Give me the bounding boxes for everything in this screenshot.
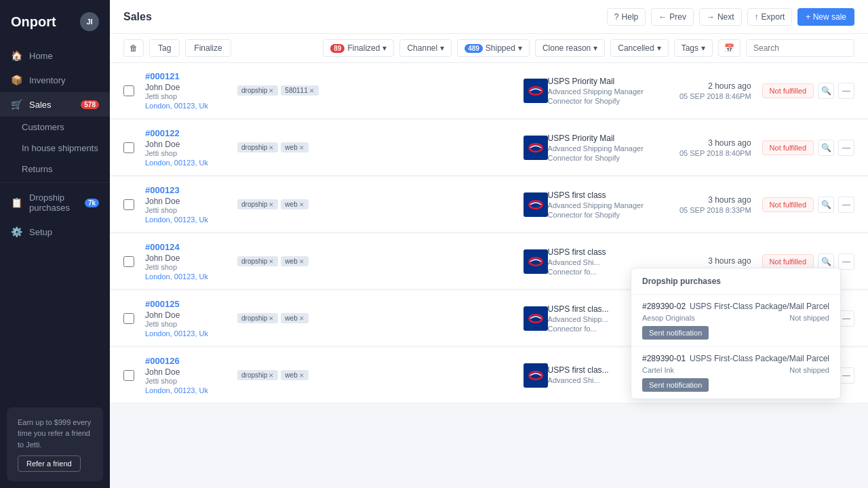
avatar[interactable]: JI [80, 12, 99, 31]
sent-notification-button[interactable]: Sent notification [642, 326, 709, 340]
row-search-button[interactable]: 🔍 [818, 140, 834, 156]
sale-id[interactable]: #000122 [145, 128, 226, 138]
tag-badge: dropship ✕ [237, 199, 278, 209]
status-badge: Not fulfilled [762, 254, 814, 269]
channel-label: Channel [407, 43, 437, 53]
row-checkbox[interactable] [123, 370, 134, 381]
row-more-button[interactable]: — [838, 197, 854, 213]
row-more-button[interactable]: — [838, 83, 854, 99]
row-checkbox[interactable] [123, 85, 134, 96]
cancelled-label: Cancelled [618, 43, 654, 53]
tag-remove-icon[interactable]: ✕ [269, 372, 274, 379]
shipped-filter[interactable]: 489 Shipped ▾ [457, 39, 530, 57]
prev-button[interactable]: ← Prev [651, 8, 694, 26]
sale-id[interactable]: #000126 [145, 356, 226, 366]
status-badge: Not fulfilled [762, 83, 814, 98]
home-icon: 🏠 [11, 50, 22, 61]
prev-icon: ← [658, 12, 667, 22]
sidebar-item-setup[interactable]: ⚙️ Setup [0, 220, 110, 244]
delete-button[interactable]: 🗑 [123, 39, 144, 57]
finalize-button[interactable]: Finalize [185, 39, 231, 57]
refer-friend-button[interactable]: Refer a friend [18, 455, 81, 472]
popup-item-sub: Aesop Originals Not shipped [642, 314, 829, 322]
sent-notification-button[interactable]: Sent notification [642, 378, 709, 392]
sidebar-item-sales[interactable]: 🛒 Sales 578 [0, 92, 110, 117]
tag-badge: web ✕ [281, 199, 308, 209]
new-sale-button[interactable]: + New sale [797, 8, 854, 26]
tag-remove-icon[interactable]: ✕ [269, 144, 274, 151]
chevron-down-icon: ▾ [593, 43, 597, 53]
row-more-button[interactable]: — [838, 140, 854, 156]
sidebar-item-in-house-shipments[interactable]: In house shipments [0, 138, 110, 159]
row-checkbox[interactable] [123, 313, 134, 324]
time-date: 05 SEP 2018 8:46PM [670, 92, 751, 100]
status-badge: Not fulfilled [762, 197, 814, 212]
tag-badge: dropship ✕ [237, 142, 278, 152]
export-button[interactable]: ↑ Export [747, 8, 793, 26]
sidebar-item-customers[interactable]: Customers [0, 117, 110, 138]
row-search-button[interactable]: 🔍 [818, 83, 834, 99]
next-button[interactable]: → Next [699, 8, 742, 26]
tag-badge: dropship ✕ [237, 85, 278, 96]
tag-remove-icon[interactable]: ✕ [269, 87, 274, 94]
chevron-down-icon: ▾ [382, 43, 387, 53]
tag-remove-icon[interactable]: ✕ [269, 315, 274, 322]
sidebar-item-returns[interactable]: Returns [0, 159, 110, 180]
status-area: Not fulfilled 🔍 — [762, 140, 854, 156]
sale-tags: dropship ✕web ✕ [237, 199, 309, 209]
popup-item-header: #289390-01 USPS First-Class Package/Mail… [642, 354, 829, 363]
sidebar-item-inventory[interactable]: 📦 Inventory [0, 68, 110, 92]
tag-remove-icon[interactable]: ✕ [269, 258, 274, 265]
row-more-button[interactable]: — [838, 253, 854, 270]
status-area: Not fulfilled 🔍 — [762, 197, 854, 213]
sidebar-logo: Onport JI [0, 0, 110, 43]
carrier-logo [524, 136, 548, 160]
row-checkbox[interactable] [123, 199, 134, 210]
sale-id[interactable]: #000125 [145, 299, 226, 309]
carrier-name: USPS first class [548, 190, 670, 200]
tag-button[interactable]: Tag [149, 39, 180, 57]
carrier-info: USPS first class Advanced Shipping Manag… [548, 190, 670, 219]
tag-remove-icon[interactable]: ✕ [299, 144, 304, 151]
clone-reason-filter[interactable]: Clone reason ▾ [535, 39, 605, 57]
tag-remove-icon[interactable]: ✕ [299, 372, 304, 379]
popup-vendor: Cartel Ink [642, 366, 674, 374]
tag-remove-icon[interactable]: ✕ [269, 201, 274, 208]
row-search-button[interactable]: 🔍 [818, 197, 834, 213]
sale-id[interactable]: #000123 [145, 185, 226, 195]
chevron-down-icon: ▾ [701, 43, 705, 53]
sale-id[interactable]: #000124 [145, 242, 226, 252]
channel-filter[interactable]: Channel ▾ [399, 39, 452, 57]
dropship-popup: Dropship purchases #289390-02 USPS First… [631, 268, 841, 399]
tag-remove-icon[interactable]: ✕ [309, 87, 315, 94]
cancelled-filter[interactable]: Cancelled ▾ [610, 39, 668, 57]
popup-header: Dropship purchases [631, 268, 840, 295]
tag-badge: dropship ✕ [237, 313, 278, 323]
table-row: #000121 John Doe Jetti shop London, 0012… [110, 63, 868, 119]
help-button[interactable]: ? Help [607, 8, 646, 26]
carrier-sub2: Connector for Shopify [548, 211, 670, 219]
sales-table: #000121 John Doe Jetti shop London, 0012… [110, 63, 868, 488]
sidebar-item-dropship-purchases[interactable]: 📋 Dropship purchases 7k [0, 186, 110, 220]
sale-shop: Jetti shop [145, 377, 226, 385]
popup-carrier: USPS First-Class Package/Mail Parcel [690, 354, 829, 363]
carrier-logo [524, 306, 548, 331]
sale-tags: dropship ✕580111 ✕ [237, 85, 319, 96]
tags-filter[interactable]: Tags ▾ [674, 39, 713, 57]
row-checkbox[interactable] [123, 256, 134, 267]
tag-remove-icon[interactable]: ✕ [299, 258, 304, 265]
carrier-info: USPS Priority Mail Advanced Shipping Man… [548, 134, 670, 162]
tag-remove-icon[interactable]: ✕ [299, 315, 304, 322]
time-ago: 2 hours ago [670, 81, 751, 91]
carrier-name: USPS Priority Mail [548, 77, 670, 86]
calendar-button[interactable]: 📅 [718, 39, 741, 57]
sale-id[interactable]: #000121 [145, 71, 226, 81]
sale-shop: Jetti shop [145, 149, 226, 157]
tag-remove-icon[interactable]: ✕ [299, 201, 304, 208]
row-search-button[interactable]: 🔍 [818, 253, 834, 270]
carrier-sub2: Connector for Shopify [548, 97, 670, 105]
finalized-filter[interactable]: 89 Finalized ▾ [323, 39, 394, 57]
sidebar-item-home[interactable]: 🏠 Home [0, 43, 110, 68]
search-input[interactable] [746, 39, 854, 57]
row-checkbox[interactable] [123, 142, 134, 153]
